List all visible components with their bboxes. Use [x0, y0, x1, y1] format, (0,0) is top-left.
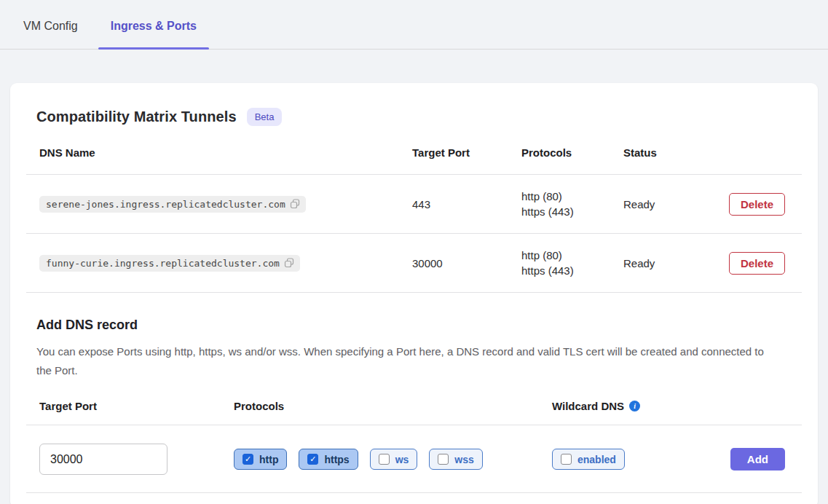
form-label-row: Target Port Protocols Wildcard DNS i	[26, 400, 802, 412]
checkbox-label: wss	[454, 454, 473, 465]
target-port-value: 30000	[399, 257, 508, 269]
divider	[26, 292, 802, 293]
dns-name-pill: serene-jones.ingress.replicatedcluster.c…	[39, 196, 306, 213]
checkbox-ws[interactable]: ws	[370, 449, 418, 470]
status-value: Ready	[610, 257, 712, 269]
checkbox-label: enabled	[577, 454, 616, 465]
checkbox-https[interactable]: https	[299, 449, 358, 470]
checkbox-label: http	[259, 454, 278, 465]
tunnels-card: Compatibility Matrix Tunnels Beta DNS Na…	[10, 83, 818, 504]
delete-button[interactable]: Delete	[729, 193, 785, 216]
checkbox-label: https	[324, 454, 349, 465]
checkbox-label: ws	[395, 454, 409, 465]
header-status: Status	[610, 146, 712, 159]
tunnels-table: DNS Name Target Port Protocols Status se…	[26, 146, 802, 293]
checkbox-icon[interactable]	[379, 454, 390, 465]
protocol-line: http (80)	[521, 189, 610, 204]
add-dns-heading: Add DNS record	[36, 318, 802, 333]
dns-name-pill: funny-curie.ingress.replicatedcluster.co…	[39, 255, 300, 272]
header-protocols: Protocols	[508, 146, 610, 159]
label-wildcard-dns: Wildcard DNS	[552, 400, 624, 412]
protocol-line: http (80)	[521, 248, 610, 263]
protocol-line: https (443)	[521, 204, 610, 219]
checkbox-wss[interactable]: wss	[429, 449, 482, 470]
tab-vm-config[interactable]: VM Config	[11, 20, 90, 49]
label-target-port: Target Port	[26, 400, 221, 412]
copy-icon[interactable]	[284, 258, 294, 268]
checkbox-icon[interactable]	[561, 454, 572, 465]
status-value: Ready	[610, 198, 712, 210]
info-icon[interactable]: i	[629, 401, 640, 412]
copy-icon[interactable]	[290, 199, 300, 209]
beta-badge: Beta	[247, 108, 283, 126]
header-dns-name: DNS Name	[26, 146, 399, 159]
card-title: Compatibility Matrix Tunnels	[36, 109, 237, 125]
checkbox-icon[interactable]	[243, 454, 253, 465]
dns-name-text: funny-curie.ingress.replicatedcluster.co…	[46, 258, 280, 269]
add-button[interactable]: Add	[730, 448, 785, 470]
add-dns-form-row: http https ws wss enabled Add	[26, 444, 802, 475]
delete-button[interactable]: Delete	[729, 252, 785, 275]
tab-ingress-ports[interactable]: Ingress & Ports	[98, 20, 209, 49]
tab-bar: VM Config Ingress & Ports	[0, 0, 828, 50]
divider	[26, 492, 802, 493]
checkbox-wildcard-enabled[interactable]: enabled	[552, 449, 625, 470]
protocol-checkbox-group: http https ws wss	[221, 449, 539, 470]
target-port-value: 443	[399, 198, 508, 210]
divider	[26, 425, 802, 425]
header-target-port: Target Port	[399, 146, 508, 159]
table-row: serene-jones.ingress.replicatedcluster.c…	[26, 175, 802, 233]
checkbox-icon[interactable]	[438, 454, 449, 465]
dns-name-text: serene-jones.ingress.replicatedcluster.c…	[46, 199, 285, 210]
checkbox-http[interactable]: http	[234, 449, 287, 470]
table-row: funny-curie.ingress.replicatedcluster.co…	[26, 234, 802, 292]
label-protocols: Protocols	[221, 400, 539, 412]
checkbox-icon[interactable]	[307, 454, 318, 465]
target-port-input[interactable]	[39, 444, 167, 475]
table-header-row: DNS Name Target Port Protocols Status	[26, 146, 802, 174]
protocol-line: https (443)	[521, 263, 610, 278]
add-dns-description: You can expose Ports using http, https, …	[36, 342, 772, 380]
